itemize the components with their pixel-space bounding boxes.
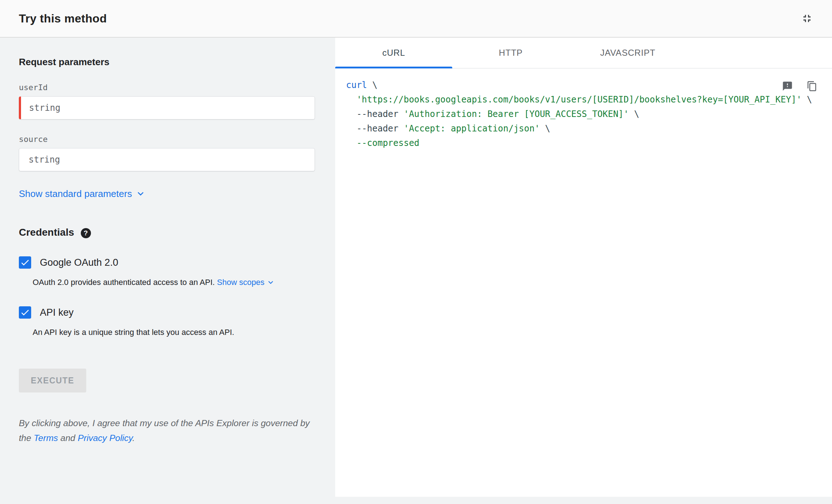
tab-javascript-label: JAVASCRIPT — [600, 48, 655, 58]
code-token: \ — [802, 94, 812, 105]
oauth-description-text: OAuth 2.0 provides authenticated access … — [33, 278, 215, 287]
tab-http[interactable]: HTTP — [452, 38, 569, 68]
credentials-heading: Credentials — [19, 227, 74, 238]
tab-javascript[interactable]: JAVASCRIPT — [569, 38, 686, 68]
code-line: curl \ — [346, 78, 818, 92]
code-sample-panel: cURL HTTP JAVASCRIPT curl \ 'https://boo… — [335, 38, 832, 504]
code-token: \ — [540, 123, 550, 134]
show-scopes-label: Show scopes — [217, 277, 265, 288]
source-input[interactable] — [19, 148, 315, 171]
code-token: 'Authorization: Bearer [YOUR_ACCESS_TOKE… — [404, 109, 629, 119]
show-scopes-link[interactable]: Show scopes — [217, 277, 275, 288]
code-token — [346, 94, 357, 105]
privacy-policy-link[interactable]: Privacy Policy — [78, 433, 133, 443]
show-standard-parameters-link[interactable]: Show standard parameters — [19, 188, 146, 200]
oauth-checkbox-label: Google OAuth 2.0 — [40, 257, 118, 268]
feedback-button[interactable] — [780, 79, 795, 94]
code-sample-area: curl \ 'https://books.googleapis.com/boo… — [335, 68, 832, 497]
help-icon[interactable]: ? — [81, 228, 91, 238]
panel-content: Request parameters userId source Show st… — [0, 38, 832, 504]
code-token: \ — [629, 109, 639, 119]
api-key-description: An API key is a unique string that lets … — [33, 327, 315, 338]
code-block: curl \ 'https://books.googleapis.com/boo… — [346, 78, 818, 150]
api-key-checkbox[interactable] — [19, 306, 31, 319]
oauth-checkbox-row[interactable]: Google OAuth 2.0 — [19, 256, 315, 269]
disclaimer-and: and — [58, 433, 78, 443]
tab-curl[interactable]: cURL — [335, 38, 452, 68]
exit-fullscreen-icon — [801, 12, 813, 25]
code-line: --header 'Accept: application/json' \ — [346, 121, 818, 136]
try-this-method-panel: Try this method Request parameters userI… — [0, 0, 832, 504]
credentials-header: Credentials ? — [19, 226, 315, 238]
chevron-down-icon — [266, 278, 275, 287]
api-key-checkbox-row[interactable]: API key — [19, 306, 315, 319]
tab-curl-label: cURL — [382, 48, 405, 58]
oauth-description: OAuth 2.0 provides authenticated access … — [33, 277, 315, 288]
copy-code-button[interactable] — [804, 79, 820, 94]
api-key-checkbox-label: API key — [40, 307, 74, 318]
param-label-userid: userId — [19, 83, 315, 92]
api-key-description-text: An API key is a unique string that lets … — [33, 328, 234, 337]
oauth-checkbox[interactable] — [19, 256, 31, 269]
code-token: curl — [346, 80, 367, 90]
execute-button[interactable]: EXECUTE — [19, 369, 86, 392]
code-actions — [780, 79, 820, 94]
panel-header: Try this method — [0, 0, 832, 38]
checkmark-icon — [20, 257, 30, 268]
code-line: 'https://books.googleapis.com/books/v1/u… — [346, 92, 818, 107]
param-label-source: source — [19, 135, 315, 144]
code-token: 'Accept: application/json' — [404, 123, 540, 134]
chevron-down-icon — [135, 188, 146, 200]
show-standard-parameters-label: Show standard parameters — [19, 188, 132, 200]
copy-icon — [807, 81, 818, 92]
request-parameters-heading: Request parameters — [19, 56, 315, 68]
tab-http-label: HTTP — [499, 48, 523, 58]
code-token: --compressed — [346, 138, 419, 148]
request-form-panel: Request parameters userId source Show st… — [0, 38, 335, 504]
feedback-icon — [782, 81, 793, 92]
code-token: 'https://books.googleapis.com/books/v1/u… — [357, 94, 802, 105]
disclaimer-period: . — [132, 433, 135, 443]
code-line: --header 'Authorization: Bearer [YOUR_AC… — [346, 107, 818, 121]
exit-fullscreen-button[interactable] — [799, 10, 815, 27]
terms-link[interactable]: Terms — [34, 433, 58, 443]
disclaimer-text: By clicking above, I agree that my use o… — [19, 416, 315, 445]
userid-input[interactable] — [19, 96, 315, 119]
code-token: \ — [367, 80, 378, 90]
code-token: --header — [346, 109, 404, 119]
code-token: --header — [346, 123, 404, 134]
code-sample-tabs: cURL HTTP JAVASCRIPT — [335, 38, 832, 68]
page-title: Try this method — [19, 12, 107, 25]
code-line: --compressed — [346, 136, 818, 150]
checkmark-icon — [20, 307, 30, 318]
